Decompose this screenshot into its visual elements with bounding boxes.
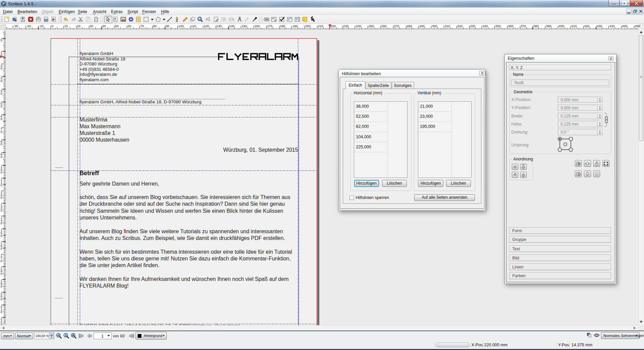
svg-text:A: A	[114, 17, 116, 20]
svg-text:1: 1	[65, 334, 67, 337]
svg-text:A: A	[206, 17, 208, 21]
svg-text:OK: OK	[265, 18, 268, 20]
